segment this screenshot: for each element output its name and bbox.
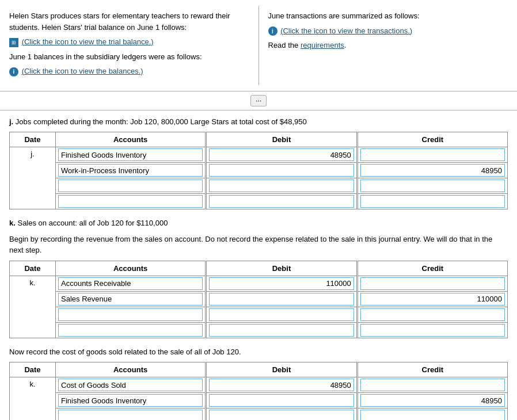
th-credit-j: Credit [357,132,507,147]
collapse-button[interactable]: ··· [250,95,267,106]
table-row [10,307,508,322]
section-k2: Now record the cost of goods sold relate… [9,346,508,421]
debit-input-k1-2[interactable] [209,308,354,321]
credit-input-k2-1[interactable] [360,394,505,407]
debit-cell-k1-0[interactable] [206,276,358,291]
debit-input-k1-3[interactable] [209,324,354,337]
credit-input-j-1[interactable] [360,164,505,177]
accounts-cell-k1-1[interactable] [56,291,206,307]
transactions-intro: June transactions are summarized as foll… [268,10,508,22]
th-date-k1: Date [10,261,56,276]
th-accounts-k2: Accounts [56,362,206,377]
debit-input-k2-2[interactable] [209,410,354,420]
debit-input-j-2[interactable] [209,180,354,192]
table-row: k. [10,276,508,291]
account-input-k2-1[interactable] [58,394,203,407]
debit-input-k2-0[interactable] [209,379,354,391]
section-k1: k. Sales on account: all of Job 120 for … [9,217,508,338]
credit-cell-k2-1[interactable] [357,393,507,408]
accounts-cell-k2-1[interactable] [56,393,206,408]
account-input-k2-2[interactable] [58,410,203,420]
debit-cell-k1-3[interactable] [206,322,358,338]
credit-input-j-2[interactable] [360,180,505,192]
debit-cell-k2-2[interactable] [206,408,358,421]
debit-cell-k1-2[interactable] [206,307,358,322]
credit-cell-k1-2[interactable] [357,307,507,322]
requirements-text: Read the requirements. [268,40,508,51]
accounts-cell-k1-0[interactable] [56,276,206,291]
journal-table-j: Date Accounts Debit Credit j. [9,132,508,209]
debit-cell-k2-0[interactable] [206,377,358,393]
account-input-j-3[interactable] [58,195,203,208]
account-input-j-1[interactable] [58,164,203,177]
table-row [10,291,508,307]
debit-input-k2-1[interactable] [209,394,354,407]
trial-balance-link[interactable]: ⊞ (Click the icon to view the trial bala… [9,36,249,48]
debit-input-j-1[interactable] [209,164,354,177]
transactions-link[interactable]: i (Click the icon to view the transactio… [268,25,508,37]
section-j: j. Jobs completed during the month: Job … [9,116,508,210]
credit-input-j-3[interactable] [360,195,505,208]
accounts-cell-j-3[interactable] [56,194,206,209]
table-row [10,194,508,209]
account-input-k1-1[interactable] [58,293,203,306]
main-content: j. Jobs completed during the month: Job … [0,110,517,421]
account-input-k1-0[interactable] [58,277,203,290]
debit-input-j-3[interactable] [209,195,354,208]
credit-cell-j-2[interactable] [357,178,507,194]
accounts-cell-j-2[interactable] [56,178,206,194]
accounts-cell-j-1[interactable] [56,163,206,178]
accounts-cell-k2-0[interactable] [56,377,206,393]
accounts-cell-j-0[interactable] [56,147,206,163]
credit-cell-k1-1[interactable] [357,291,507,307]
accounts-cell-k2-2[interactable] [56,408,206,421]
account-input-k1-2[interactable] [58,308,203,321]
th-credit-k1: Credit [357,261,507,276]
account-input-k2-0[interactable] [58,379,203,391]
credit-cell-k1-0[interactable] [357,276,507,291]
balances-link[interactable]: i (Click the icon to view the balances.) [9,66,249,77]
debit-input-k1-0[interactable] [209,277,354,290]
section-k2-instruction: Now record the cost of goods sold relate… [9,346,508,358]
debit-cell-j-1[interactable] [206,163,358,178]
credit-cell-j-0[interactable] [357,147,507,163]
date-cell-k1: k. [10,276,56,338]
debit-cell-j-0[interactable] [206,147,358,163]
debit-cell-k2-1[interactable] [206,393,358,408]
credit-cell-j-1[interactable] [357,163,507,178]
credit-cell-k2-0[interactable] [357,377,507,393]
debit-cell-j-2[interactable] [206,178,358,194]
th-credit-k2: Credit [357,362,507,377]
debit-input-k1-1[interactable] [209,293,354,306]
th-date-k2: Date [10,362,56,377]
accounts-cell-k1-2[interactable] [56,307,206,322]
th-accounts-k1: Accounts [56,261,206,276]
top-right-panel: June transactions are summarized as foll… [259,6,518,85]
intro-text: Helen Stars produces stars for elementar… [9,10,249,33]
account-input-j-2[interactable] [58,180,203,192]
debit-cell-k1-1[interactable] [206,291,358,307]
debit-cell-j-3[interactable] [206,194,358,209]
table-row [10,393,508,408]
credit-cell-j-3[interactable] [357,194,507,209]
account-input-j-0[interactable] [58,148,203,161]
credit-input-k2-2[interactable] [360,410,505,420]
date-cell-k2: k. [10,377,56,421]
credit-cell-k1-3[interactable] [357,322,507,338]
credit-input-k1-2[interactable] [360,308,505,321]
credit-cell-k2-2[interactable] [357,408,507,421]
requirements-link[interactable]: requirements [301,41,344,49]
th-accounts-j: Accounts [56,132,206,147]
credit-input-k1-3[interactable] [360,324,505,337]
credit-input-k1-0[interactable] [360,277,505,290]
debit-input-j-0[interactable] [209,148,354,161]
journal-table-k1: Date Accounts Debit Credit k. [9,261,508,338]
credit-input-j-0[interactable] [360,148,505,161]
credit-input-k1-1[interactable] [360,293,505,306]
credit-input-k2-0[interactable] [360,379,505,391]
accounts-cell-k1-3[interactable] [56,322,206,338]
account-input-k1-3[interactable] [58,324,203,337]
table-row [10,322,508,338]
table-row [10,163,508,178]
section-k1-title: k. Sales on account: all of Job 120 for … [9,217,508,229]
